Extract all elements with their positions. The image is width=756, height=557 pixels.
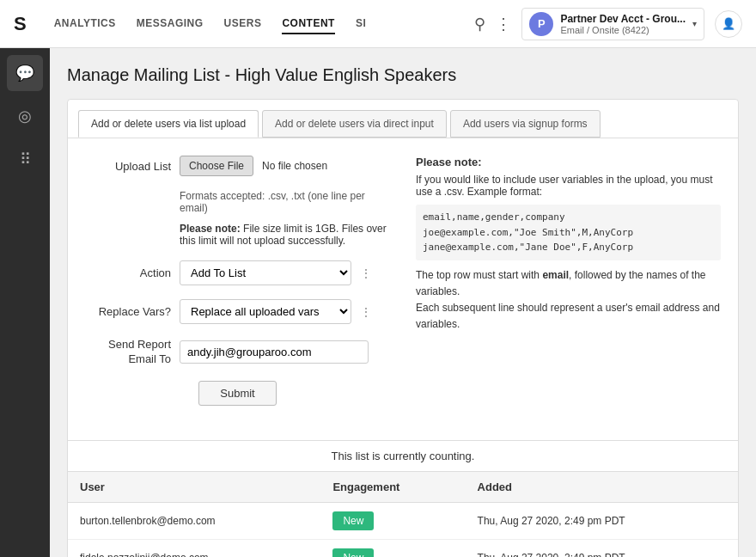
- users-table: User Engagement Added burton.tellenbrok@…: [68, 471, 738, 557]
- cell-user: burton.tellenbrok@demo.com: [68, 502, 320, 539]
- sidebar-item-analytics[interactable]: ◎: [7, 98, 43, 134]
- cell-user: fidole.nozzolinii@demo.com: [68, 539, 320, 557]
- col-added: Added: [466, 471, 738, 502]
- form-left: Upload List Choose File No file chosen F…: [85, 156, 390, 423]
- account-switcher[interactable]: P Partner Dev Acct - Grou... Email / Ons…: [521, 8, 704, 40]
- col-user: User: [68, 471, 320, 502]
- form-section: Upload List Choose File No file chosen F…: [68, 138, 738, 440]
- action-row: Action Add To List Remove From List ⋮: [85, 260, 390, 285]
- action-label: Action: [85, 266, 171, 279]
- send-report-label: Send ReportEmail To: [85, 338, 171, 367]
- col-engagement: Engagement: [320, 471, 465, 502]
- nav-analytics[interactable]: ANALYTICS: [54, 14, 116, 34]
- choose-file-button[interactable]: Choose File: [180, 156, 253, 176]
- settings-icon[interactable]: ⋮: [496, 15, 511, 34]
- please-note-label: Please note:: [180, 223, 241, 235]
- search-icon[interactable]: ⚲: [474, 15, 485, 34]
- table-header-msg: This list is currently counting.: [68, 440, 738, 471]
- tab-list-upload[interactable]: Add or delete users via list upload: [78, 110, 259, 138]
- please-note-box: Please note: File size limit is 1GB. Fil…: [180, 223, 390, 247]
- replace-vars-label: Replace Vars?: [85, 305, 171, 318]
- nav-right-icons: ⚲ ⋮ P Partner Dev Acct - Grou... Email /…: [474, 8, 742, 40]
- tab-signup-forms[interactable]: Add users via signup forms: [450, 110, 601, 138]
- nav-si[interactable]: SI: [356, 14, 366, 34]
- sidebar-item-messaging[interactable]: 💬: [7, 55, 43, 91]
- nav-links: ANALYTICS MESSAGING USERS CONTENT SI: [54, 14, 454, 34]
- send-report-input[interactable]: [180, 340, 369, 364]
- tab-direct-input[interactable]: Add or delete users via direct input: [262, 110, 447, 138]
- note-code: email,name,gender,company joe@example.co…: [416, 205, 721, 260]
- main-card: Add or delete users via list upload Add …: [67, 99, 739, 557]
- cell-added: Thu, Aug 27 2020, 2:49 pm PDT: [466, 502, 738, 539]
- file-chosen-text: No file chosen: [262, 160, 327, 172]
- logo[interactable]: S: [14, 13, 27, 35]
- page-title: Manage Mailing List - High Value English…: [67, 65, 739, 85]
- chevron-down-icon: ▾: [692, 19, 697, 28]
- replace-vars-select[interactable]: Replace all uploaded vars Keep existing …: [180, 299, 351, 324]
- engagement-badge: New: [332, 511, 374, 530]
- sidebar-item-grid[interactable]: ⠿: [7, 141, 43, 177]
- upload-row: Upload List Choose File No file chosen: [85, 156, 390, 176]
- account-info: Partner Dev Acct - Grou... Email / Onsit…: [560, 13, 686, 35]
- note-panel: Please note: If you would like to includ…: [416, 156, 721, 423]
- cell-engagement: New: [320, 539, 465, 557]
- formats-note: Formats accepted: .csv, .txt (one line p…: [180, 190, 390, 214]
- note-title: Please note:: [416, 156, 721, 168]
- table-row: fidole.nozzolinii@demo.com New Thu, Aug …: [68, 539, 738, 557]
- send-report-row: Send ReportEmail To: [85, 338, 390, 367]
- note-body: If you would like to include user variab…: [416, 174, 721, 198]
- submit-row: Submit: [85, 381, 390, 423]
- note-footer: The top row must start with email, follo…: [416, 267, 721, 334]
- nav-users[interactable]: USERS: [224, 14, 262, 34]
- replace-vars-row: Replace Vars? Replace all uploaded vars …: [85, 299, 390, 324]
- main-content: Manage Mailing List - High Value English…: [50, 48, 756, 557]
- cell-engagement: New: [320, 502, 465, 539]
- cell-added: Thu, Aug 27 2020, 2:49 pm PDT: [466, 539, 738, 557]
- account-avatar: P: [529, 12, 553, 36]
- nav-messaging[interactable]: MESSAGING: [137, 14, 204, 34]
- tab-bar: Add or delete users via list upload Add …: [68, 100, 738, 138]
- sidebar: 💬 ◎ ⠿: [0, 48, 50, 557]
- engagement-badge: New: [332, 548, 374, 557]
- account-name: Partner Dev Acct - Grou...: [560, 13, 686, 25]
- account-sub: Email / Onsite (8422): [560, 25, 686, 35]
- top-navigation: S ANALYTICS MESSAGING USERS CONTENT SI ⚲…: [0, 0, 756, 48]
- action-select[interactable]: Add To List Remove From List: [180, 260, 351, 285]
- upload-label: Upload List: [85, 160, 171, 173]
- action-info-icon[interactable]: ⋮: [360, 266, 372, 280]
- table-header-row: User Engagement Added: [68, 471, 738, 502]
- table-row: burton.tellenbrok@demo.com New Thu, Aug …: [68, 502, 738, 539]
- replace-vars-info-icon[interactable]: ⋮: [360, 305, 372, 319]
- nav-content[interactable]: CONTENT: [282, 14, 335, 34]
- user-profile-icon[interactable]: 👤: [715, 10, 742, 38]
- submit-button[interactable]: Submit: [198, 381, 276, 406]
